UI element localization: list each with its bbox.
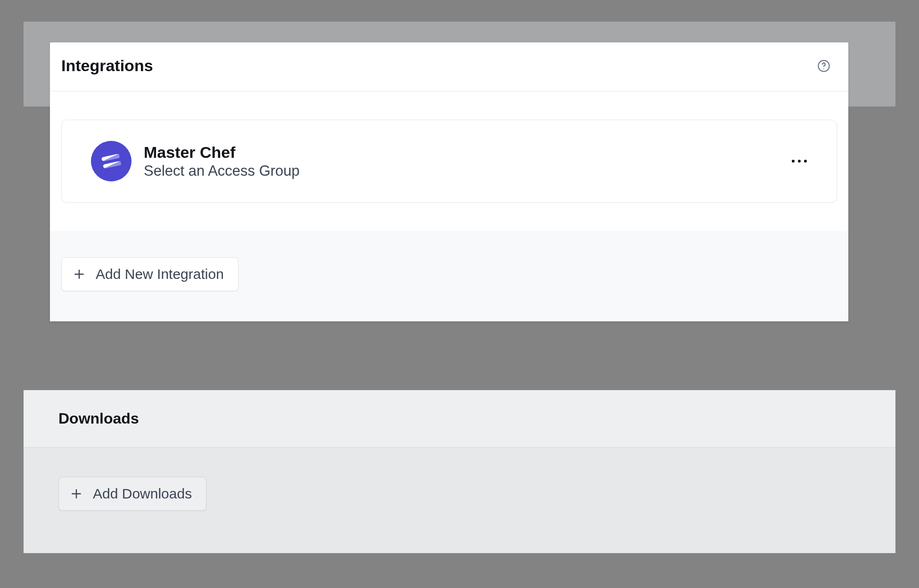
more-horizontal-icon [791, 159, 807, 163]
svg-point-8 [804, 160, 807, 163]
svg-point-6 [792, 160, 795, 163]
integration-subtitle: Select an Access Group [144, 163, 300, 180]
downloads-header: Downloads [24, 390, 895, 448]
downloads-body: Add Downloads [24, 448, 895, 553]
integrations-body: Master Chef Select an Access Group [50, 91, 848, 231]
integration-info: Master Chef Select an Access Group [91, 141, 300, 181]
integrations-footer: Add New Integration [50, 231, 848, 321]
add-downloads-label: Add Downloads [93, 486, 192, 502]
help-icon[interactable] [817, 59, 830, 73]
plus-icon [73, 268, 85, 280]
add-integration-button[interactable]: Add New Integration [61, 257, 238, 291]
downloads-section: Downloads Add Downloads [24, 390, 895, 553]
integrations-panel: Integrations Master [50, 42, 848, 321]
integration-name: Master Chef [144, 143, 300, 162]
integration-more-button[interactable] [787, 153, 812, 170]
plus-icon [70, 488, 82, 500]
integration-card[interactable]: Master Chef Select an Access Group [61, 120, 837, 203]
svg-point-7 [798, 160, 801, 163]
integration-logo-icon [87, 137, 135, 185]
downloads-title: Downloads [58, 410, 861, 427]
add-downloads-button[interactable]: Add Downloads [58, 477, 206, 511]
add-integration-label: Add New Integration [96, 266, 224, 282]
integrations-header: Integrations [50, 42, 848, 91]
integration-text: Master Chef Select an Access Group [144, 143, 300, 180]
svg-point-3 [823, 68, 824, 69]
integrations-title: Integrations [61, 57, 153, 75]
